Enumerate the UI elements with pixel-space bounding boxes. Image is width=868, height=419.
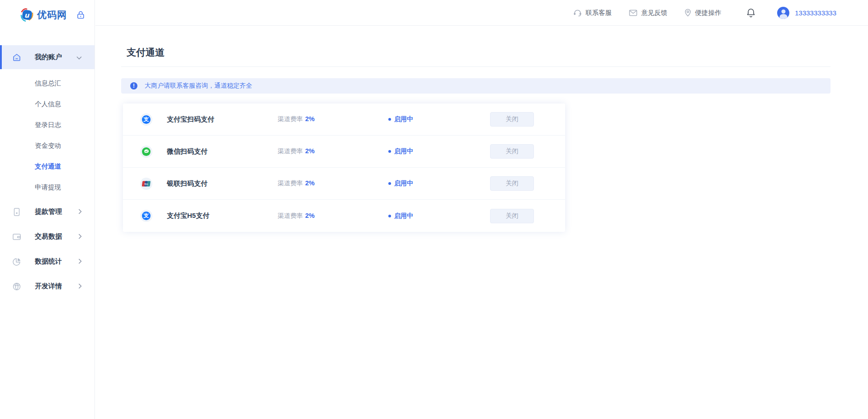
sidebar-menu: 我的账户 信息总汇 个人信息 登录日志 资金变动 支付通道 申请提现 提款管理 (0, 45, 94, 299)
status-dot (388, 118, 391, 121)
chevron-right-icon (78, 233, 82, 241)
feedback-label: 意见反馈 (641, 9, 667, 17)
svg-text:u: u (24, 11, 30, 19)
title-divider (121, 66, 830, 67)
status-dot (388, 182, 391, 185)
quick-actions-link[interactable]: 便捷操作 (684, 9, 721, 17)
channel-row: 支 支付宝H5支付 渠道费率2% 启用中 关闭 (123, 200, 565, 232)
sidebar-item-transaction-data[interactable]: 交易数据 (0, 224, 94, 249)
user-account[interactable]: 13333333333 (777, 7, 836, 19)
chevron-right-icon (78, 258, 82, 266)
sidebar-item-label: 数据统计 (35, 257, 78, 266)
sidebar-item-login-log[interactable]: 登录日志 (0, 114, 94, 135)
headset-icon (573, 9, 582, 17)
account-submenu: 信息总汇 个人信息 登录日志 资金变动 支付通道 申请提现 (0, 69, 94, 199)
wallet-icon (12, 232, 21, 241)
mobile-icon (12, 207, 21, 217)
close-channel-button[interactable]: 关闭 (490, 209, 534, 223)
top-header: 联系客服 意见反馈 便捷操作 13333333333 (95, 0, 868, 26)
channel-row: 微信扫码支付 渠道费率2% 启用中 关闭 (123, 136, 565, 168)
globe-icon (12, 282, 21, 291)
sidebar-item-label: 我的账户 (35, 53, 76, 61)
channel-status: 启用中 (388, 179, 490, 188)
user-phone: 13333333333 (795, 9, 836, 17)
svg-text:银联: 银联 (144, 182, 149, 185)
fee-value: 2% (305, 179, 315, 187)
location-pin-icon (684, 9, 691, 17)
chevron-right-icon (78, 282, 82, 291)
chevron-right-icon (78, 208, 82, 216)
channel-status: 启用中 (388, 115, 490, 123)
status-text: 启用中 (394, 179, 413, 188)
alipay-icon: 支 (140, 210, 152, 222)
channel-status: 启用中 (388, 147, 490, 155)
sidebar-item-info-summary[interactable]: 信息总汇 (0, 73, 94, 94)
channel-name: 微信扫码支付 (167, 147, 278, 156)
status-dot (388, 150, 391, 153)
pie-chart-icon (12, 257, 21, 266)
sidebar-item-label: 交易数据 (35, 232, 78, 241)
close-channel-button[interactable]: 关闭 (490, 176, 534, 191)
brand-logo-icon: u (20, 8, 34, 22)
unionpay-icon: 银联 (140, 178, 152, 190)
sidebar-item-dev-details[interactable]: 开发详情 (0, 274, 94, 299)
sidebar-item-label: 开发详情 (35, 282, 78, 291)
channel-name: 支付宝H5支付 (167, 212, 278, 220)
fee-value: 2% (305, 212, 315, 219)
main-content: 支付通道 ! 大商户请联系客服咨询，通道稳定齐全 支 支付宝扫码支付 渠道费率2… (95, 26, 868, 419)
status-text: 启用中 (394, 115, 413, 123)
chevron-down-icon (76, 53, 82, 61)
channel-row: 支 支付宝扫码支付 渠道费率2% 启用中 关闭 (123, 104, 565, 136)
sidebar-item-personal-info[interactable]: 个人信息 (0, 94, 94, 114)
page-title: 支付通道 (127, 46, 165, 59)
channel-row: 银联 银联扫码支付 渠道费率2% 启用中 关闭 (123, 168, 565, 200)
close-channel-button[interactable]: 关闭 (490, 144, 534, 159)
sidebar-item-label: 提款管理 (35, 207, 78, 216)
fee-value: 2% (305, 115, 315, 122)
brand-name: 优码网 (37, 9, 67, 21)
fee-value: 2% (305, 147, 315, 155)
channel-status: 启用中 (388, 212, 490, 220)
sidebar: u 优码网 我的账户 (0, 0, 95, 419)
wechat-pay-icon (140, 146, 152, 158)
notice-text: 大商户请联系客服咨询，通道稳定齐全 (145, 82, 252, 90)
alipay-icon: 支 (140, 113, 152, 126)
sidebar-item-fund-changes[interactable]: 资金变动 (0, 135, 94, 156)
home-icon (12, 53, 21, 62)
sidebar-item-data-statistics[interactable]: 数据统计 (0, 249, 94, 274)
channel-name: 支付宝扫码支付 (167, 115, 278, 124)
quick-actions-label: 便捷操作 (695, 9, 721, 17)
sidebar-item-withdraw-mgmt[interactable]: 提款管理 (0, 199, 94, 224)
logo[interactable]: u 优码网 (0, 0, 94, 30)
lock-icon[interactable] (77, 11, 85, 19)
status-text: 启用中 (394, 147, 413, 155)
status-dot (388, 215, 391, 217)
payment-channels-card: 支 支付宝扫码支付 渠道费率2% 启用中 关闭 微信扫码支付 渠道费率2% 启用… (123, 104, 565, 232)
channel-fee: 渠道费率2% (278, 115, 388, 123)
feedback-link[interactable]: 意见反馈 (629, 9, 667, 17)
mail-icon (629, 9, 637, 16)
notifications-bell-icon[interactable] (746, 8, 755, 18)
sidebar-item-withdraw-apply[interactable]: 申请提现 (0, 177, 94, 198)
status-text: 启用中 (394, 212, 413, 220)
channel-name: 银联扫码支付 (167, 179, 278, 188)
avatar (777, 7, 789, 19)
notice-banner: ! 大商户请联系客服咨询，通道稳定齐全 (121, 78, 830, 94)
close-channel-button[interactable]: 关闭 (490, 112, 534, 127)
info-alert-icon: ! (130, 82, 137, 89)
sidebar-item-payment-channels[interactable]: 支付通道 (0, 156, 94, 177)
channel-fee: 渠道费率2% (278, 179, 388, 188)
channel-fee: 渠道费率2% (278, 147, 388, 155)
contact-support-link[interactable]: 联系客服 (573, 9, 612, 17)
sidebar-item-my-account[interactable]: 我的账户 (0, 45, 94, 69)
contact-support-label: 联系客服 (585, 9, 612, 17)
channel-fee: 渠道费率2% (278, 212, 388, 220)
